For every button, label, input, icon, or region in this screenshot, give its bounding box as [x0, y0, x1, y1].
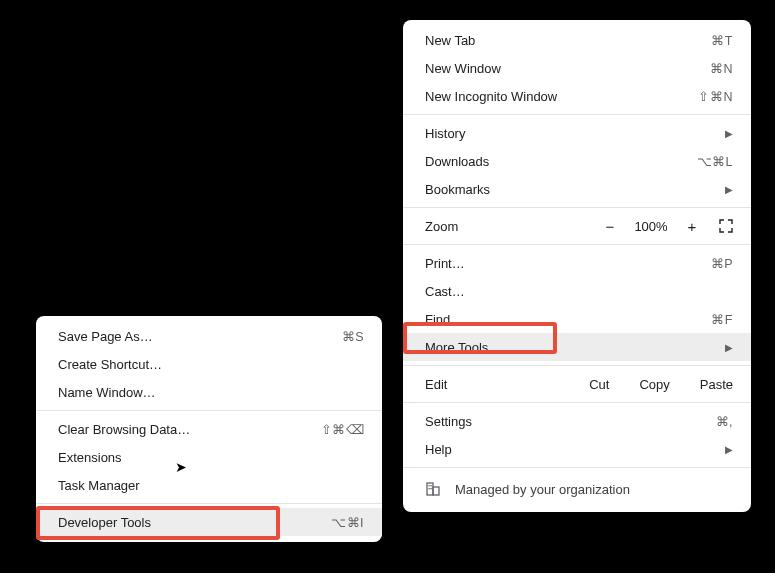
- svg-rect-1: [433, 487, 439, 495]
- submenu-arrow-icon: ▶: [725, 444, 733, 455]
- svg-rect-2: [429, 485, 430, 486]
- menu-item-task-manager[interactable]: Task Manager: [36, 471, 382, 499]
- menu-item-name-window[interactable]: Name Window…: [36, 378, 382, 406]
- menu-label: Zoom: [425, 219, 593, 234]
- zoom-percentage: 100%: [627, 219, 675, 234]
- menu-label: New Tab: [425, 33, 699, 48]
- menu-label: Cast…: [425, 284, 733, 299]
- svg-rect-3: [431, 485, 432, 486]
- menu-separator: [36, 410, 382, 411]
- menu-separator: [403, 207, 751, 208]
- menu-item-new-incognito-window[interactable]: New Incognito Window ⇧⌘N: [403, 82, 751, 110]
- menu-item-extensions[interactable]: Extensions: [36, 443, 382, 471]
- menu-separator: [403, 244, 751, 245]
- more-tools-submenu: Save Page As… ⌘S Create Shortcut… Name W…: [36, 316, 382, 542]
- menu-shortcut: ⇧⌘N: [698, 89, 733, 104]
- menu-label: Task Manager: [58, 478, 364, 493]
- menu-label: New Incognito Window: [425, 89, 686, 104]
- menu-item-edit: Edit Cut Copy Paste: [403, 370, 751, 398]
- menu-separator: [403, 365, 751, 366]
- edit-copy-button[interactable]: Copy: [639, 377, 669, 392]
- menu-item-downloads[interactable]: Downloads ⌥⌘L: [403, 147, 751, 175]
- menu-label: Bookmarks: [425, 182, 713, 197]
- menu-label: History: [425, 126, 713, 141]
- zoom-out-button[interactable]: −: [593, 215, 627, 237]
- menu-shortcut: ⌘N: [710, 61, 733, 76]
- menu-separator: [403, 402, 751, 403]
- svg-rect-4: [429, 488, 430, 489]
- menu-separator: [36, 503, 382, 504]
- edit-paste-button[interactable]: Paste: [700, 377, 733, 392]
- menu-shortcut: ⌥⌘I: [331, 515, 364, 530]
- menu-label: Edit: [425, 377, 589, 392]
- managed-label: Managed by your organization: [455, 482, 630, 497]
- menu-item-find[interactable]: Find… ⌘F: [403, 305, 751, 333]
- fullscreen-button[interactable]: [719, 219, 733, 233]
- menu-label: Find…: [425, 312, 699, 327]
- menu-label: New Window: [425, 61, 698, 76]
- menu-label: Downloads: [425, 154, 685, 169]
- menu-item-clear-browsing-data[interactable]: Clear Browsing Data… ⇧⌘⌫: [36, 415, 382, 443]
- menu-shortcut: ⌥⌘L: [697, 154, 733, 169]
- menu-separator: [403, 114, 751, 115]
- menu-item-print[interactable]: Print… ⌘P: [403, 249, 751, 277]
- menu-label: Settings: [425, 414, 704, 429]
- menu-shortcut: ⌘S: [342, 329, 364, 344]
- menu-label: Developer Tools: [58, 515, 319, 530]
- menu-label: Extensions: [58, 450, 364, 465]
- menu-label: More Tools: [425, 340, 713, 355]
- menu-item-create-shortcut[interactable]: Create Shortcut…: [36, 350, 382, 378]
- fullscreen-icon: [719, 219, 733, 233]
- submenu-arrow-icon: ▶: [725, 184, 733, 195]
- menu-shortcut: ⌘F: [711, 312, 733, 327]
- menu-item-help[interactable]: Help ▶: [403, 435, 751, 463]
- menu-label: Print…: [425, 256, 699, 271]
- menu-label: Name Window…: [58, 385, 364, 400]
- menu-separator: [403, 467, 751, 468]
- menu-label: Save Page As…: [58, 329, 330, 344]
- menu-shortcut: ⌘,: [716, 414, 733, 429]
- menu-label: Clear Browsing Data…: [58, 422, 309, 437]
- menu-item-managed-by-organization[interactable]: Managed by your organization: [403, 472, 751, 506]
- menu-item-cast[interactable]: Cast…: [403, 277, 751, 305]
- mouse-cursor-icon: ➤: [175, 459, 187, 475]
- enterprise-icon: [425, 481, 441, 497]
- menu-shortcut: ⇧⌘⌫: [321, 422, 365, 437]
- menu-item-developer-tools[interactable]: Developer Tools ⌥⌘I: [36, 508, 382, 536]
- menu-item-new-tab[interactable]: New Tab ⌘T: [403, 26, 751, 54]
- menu-item-history[interactable]: History ▶: [403, 119, 751, 147]
- menu-item-more-tools[interactable]: More Tools ▶: [403, 333, 751, 361]
- chrome-app-menu: New Tab ⌘T New Window ⌘N New Incognito W…: [403, 20, 751, 512]
- menu-item-save-page-as[interactable]: Save Page As… ⌘S: [36, 322, 382, 350]
- menu-shortcut: ⌘P: [711, 256, 733, 271]
- menu-item-new-window[interactable]: New Window ⌘N: [403, 54, 751, 82]
- menu-label: Create Shortcut…: [58, 357, 364, 372]
- menu-item-settings[interactable]: Settings ⌘,: [403, 407, 751, 435]
- submenu-arrow-icon: ▶: [725, 342, 733, 353]
- menu-shortcut: ⌘T: [711, 33, 733, 48]
- edit-cut-button[interactable]: Cut: [589, 377, 609, 392]
- svg-rect-5: [431, 488, 432, 489]
- menu-label: Help: [425, 442, 713, 457]
- submenu-arrow-icon: ▶: [725, 128, 733, 139]
- zoom-in-button[interactable]: +: [675, 215, 709, 237]
- svg-rect-0: [427, 483, 433, 495]
- menu-item-bookmarks[interactable]: Bookmarks ▶: [403, 175, 751, 203]
- menu-item-zoom: Zoom − 100% +: [403, 212, 751, 240]
